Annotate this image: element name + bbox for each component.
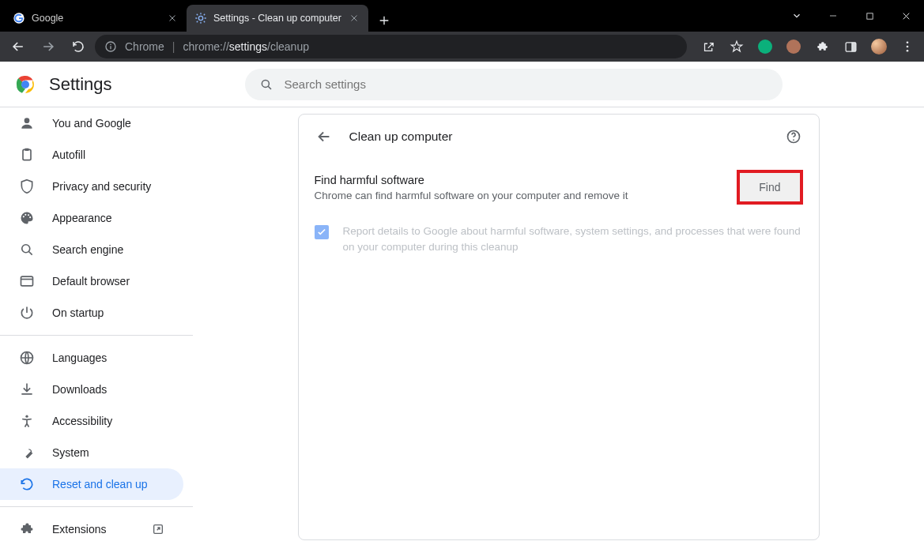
sidebar-item-search-engine[interactable]: Search engine xyxy=(0,234,183,265)
svg-rect-15 xyxy=(23,149,31,160)
forward-button[interactable] xyxy=(35,35,62,58)
reload-button[interactable] xyxy=(65,35,92,58)
close-icon[interactable] xyxy=(348,12,360,24)
report-desc: Report details to Google about harmful s… xyxy=(343,224,803,254)
extensions-puzzle-icon[interactable] xyxy=(810,35,834,58)
sidebar-item-on-startup[interactable]: On startup xyxy=(0,297,183,329)
kebab-menu-icon[interactable] xyxy=(896,35,919,58)
browser-icon xyxy=(19,273,35,289)
tab-label: Google xyxy=(32,13,160,24)
sidebar-label: Accessibility xyxy=(52,415,112,427)
sidebar-item-downloads[interactable]: Downloads xyxy=(0,374,183,405)
back-arrow-button[interactable] xyxy=(315,127,334,146)
sidebar-item-autofill[interactable]: Autofill xyxy=(0,139,183,171)
svg-point-7 xyxy=(907,41,909,43)
sidebar-label: Reset and clean up xyxy=(52,478,148,490)
window-titlebar: Google Settings - Clean up computer xyxy=(0,0,924,32)
sidebar-label: You and Google xyxy=(52,117,131,130)
chrome-logo-icon xyxy=(16,75,35,94)
sidebar-label: Downloads xyxy=(52,383,107,396)
omni-sep: | xyxy=(172,40,175,53)
find-button[interactable]: Find xyxy=(737,170,802,205)
svg-point-9 xyxy=(907,50,909,52)
extension-grammarly-icon[interactable] xyxy=(753,35,777,58)
sidebar-label: System xyxy=(52,446,89,459)
minimize-button[interactable] xyxy=(815,0,851,32)
shield-icon xyxy=(19,179,35,194)
sidebar-item-appearance[interactable]: Appearance xyxy=(0,202,183,234)
sidebar-label: Extensions xyxy=(52,523,106,536)
sidebar-item-languages[interactable]: Languages xyxy=(0,342,183,374)
close-icon[interactable] xyxy=(166,12,179,24)
sidebar-label: Privacy and security xyxy=(52,180,151,193)
settings-content: Clean up computer Find harmful software … xyxy=(193,107,924,560)
sidebar-item-extensions[interactable]: Extensions xyxy=(0,513,183,545)
svg-rect-16 xyxy=(25,148,29,151)
accessibility-icon xyxy=(19,413,35,429)
sidebar-item-reset-cleanup[interactable]: Reset and clean up xyxy=(0,468,183,500)
main: You and Google Autofill Privacy and secu… xyxy=(0,107,924,560)
svg-point-24 xyxy=(25,415,28,418)
side-panel-icon[interactable] xyxy=(839,35,862,58)
restore-icon xyxy=(19,476,35,492)
svg-point-21 xyxy=(22,245,30,253)
settings-sidebar[interactable]: You and Google Autofill Privacy and secu… xyxy=(0,107,193,560)
chevron-down-icon[interactable] xyxy=(779,0,815,32)
report-checkbox[interactable] xyxy=(315,225,329,239)
svg-point-18 xyxy=(25,214,26,216)
svg-point-27 xyxy=(793,139,794,141)
svg-point-20 xyxy=(29,216,31,218)
address-bar[interactable]: Chrome | chrome://settings/cleanup xyxy=(95,35,687,58)
sidebar-item-accessibility[interactable]: Accessibility xyxy=(0,405,183,437)
puzzle-icon xyxy=(19,521,35,537)
sidebar-item-you-and-google[interactable]: You and Google xyxy=(0,107,183,139)
power-icon xyxy=(19,305,35,321)
tab-strip: Google Settings - Clean up computer xyxy=(5,5,368,32)
sidebar-item-default-browser[interactable]: Default browser xyxy=(0,265,183,297)
find-title: Find harmful software xyxy=(315,174,737,186)
globe-icon xyxy=(19,350,35,366)
find-desc: Chrome can find harmful software on your… xyxy=(315,190,737,201)
extension-cookie-icon[interactable] xyxy=(782,35,805,58)
back-button[interactable] xyxy=(5,35,32,58)
tab-settings-cleanup[interactable]: Settings - Clean up computer xyxy=(187,5,368,32)
sidebar-label: Search engine xyxy=(52,243,123,256)
share-icon[interactable] xyxy=(696,35,720,58)
external-link-icon xyxy=(152,523,164,536)
svg-point-8 xyxy=(907,46,909,48)
close-window-button[interactable] xyxy=(888,0,924,32)
sidebar-label: Default browser xyxy=(52,275,130,288)
search-input[interactable] xyxy=(285,77,768,91)
svg-rect-6 xyxy=(851,42,855,51)
omni-url: chrome://settings/cleanup xyxy=(183,40,309,53)
new-tab-button[interactable] xyxy=(373,9,395,32)
sidebar-label: On startup xyxy=(52,306,104,319)
help-icon[interactable] xyxy=(784,127,803,146)
sidebar-label: Languages xyxy=(52,351,107,364)
palette-icon xyxy=(19,210,35,226)
profile-avatar[interactable] xyxy=(867,35,891,58)
card-title: Clean up computer xyxy=(349,130,453,144)
wrench-icon xyxy=(19,445,35,460)
tab-google[interactable]: Google xyxy=(5,5,187,32)
sidebar-item-system[interactable]: System xyxy=(0,437,183,468)
person-icon xyxy=(19,115,35,131)
maximize-button[interactable] xyxy=(851,0,888,32)
sidebar-label: Autofill xyxy=(52,148,85,161)
sidebar-label: Appearance xyxy=(52,212,112,224)
svg-point-19 xyxy=(28,214,29,216)
gear-icon xyxy=(194,12,207,24)
svg-rect-2 xyxy=(866,13,872,18)
browser-toolbar: Chrome | chrome://settings/cleanup xyxy=(0,32,924,62)
tab-label: Settings - Clean up computer xyxy=(213,13,341,24)
svg-point-13 xyxy=(262,80,269,87)
svg-rect-22 xyxy=(21,276,33,286)
toolbar-actions xyxy=(696,35,919,58)
clipboard-icon xyxy=(19,147,35,163)
omni-site: Chrome xyxy=(125,40,164,53)
site-info-icon[interactable] xyxy=(104,40,117,53)
download-icon xyxy=(19,381,35,397)
sidebar-item-privacy[interactable]: Privacy and security xyxy=(0,171,183,202)
search-settings[interactable] xyxy=(245,69,783,100)
bookmark-icon[interactable] xyxy=(725,35,749,58)
